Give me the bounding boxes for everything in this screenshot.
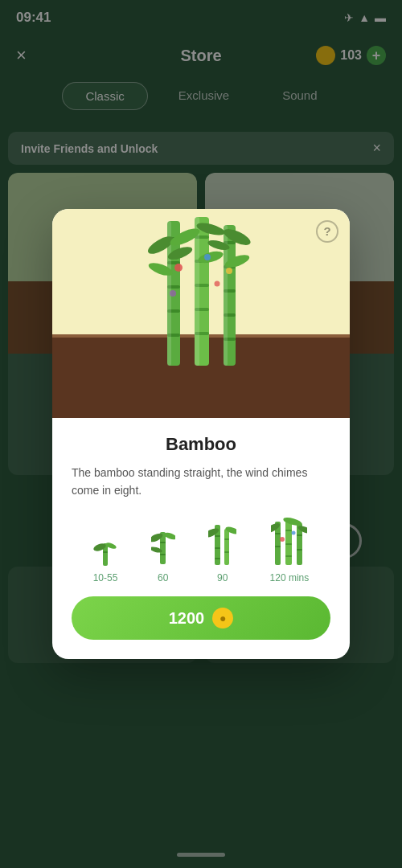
growth-stage-4: 120 mins [270,515,310,583]
stage3-icon [208,521,236,567]
modal-title: Bamboo [72,434,330,455]
svg-point-37 [226,268,232,274]
growth-stage-2: 60 [151,526,175,583]
svg-rect-65 [285,555,292,557]
buy-button[interactable]: 1200 ● [72,596,330,640]
svg-point-36 [204,254,211,260]
svg-rect-46 [160,554,166,555]
svg-rect-61 [275,546,281,547]
svg-rect-60 [275,533,281,534]
growth-stages: 10-55 60 [72,515,330,596]
svg-rect-68 [297,549,302,551]
svg-rect-54 [224,529,229,565]
modal-illustration: ? [52,209,350,418]
svg-point-39 [215,280,220,286]
svg-rect-55 [224,538,229,540]
growth-stage-1: 10-55 [93,531,118,583]
stage2-icon [151,526,175,567]
modal-content: Bamboo The bamboo standing straight, the… [52,418,350,596]
growth-stage-3: 90 [208,521,236,583]
svg-rect-18 [195,217,199,366]
svg-point-38 [170,290,176,297]
modal-description: The bamboo standing straight, the wind c… [72,465,330,499]
svg-rect-41 [103,551,108,553]
stage4-label: 120 mins [270,572,310,583]
buy-coin-icon: ● [212,608,233,628]
svg-point-73 [292,531,296,535]
svg-rect-51 [215,535,220,537]
stage3-label: 90 [217,572,228,583]
svg-rect-53 [215,558,220,559]
svg-rect-52 [215,547,220,549]
stage2-label: 60 [158,572,168,583]
bamboo-svg [137,213,265,374]
svg-rect-62 [285,518,292,565]
modal-card: ? [52,209,350,659]
stage1-label: 10-55 [93,572,118,583]
svg-rect-45 [160,542,166,543]
bamboo-illustration [137,213,265,374]
svg-point-35 [174,264,183,272]
stage4-icon [271,515,307,567]
svg-rect-67 [297,534,302,536]
svg-rect-56 [224,551,229,553]
buy-price: 1200 [169,609,205,628]
modal-overlay[interactable]: ? [0,0,402,868]
svg-rect-64 [285,543,292,545]
modal-help-button[interactable]: ? [316,220,338,243]
stage1-icon [93,531,117,567]
svg-rect-63 [285,530,292,531]
svg-point-72 [280,537,285,542]
